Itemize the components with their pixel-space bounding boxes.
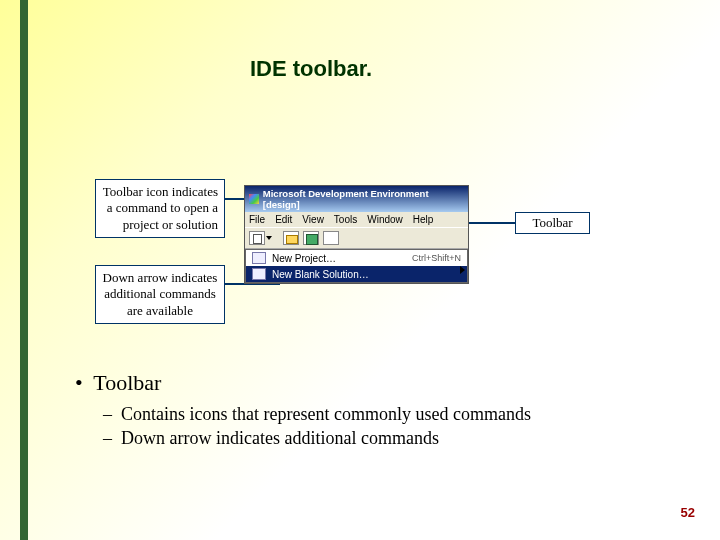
toolbar-button[interactable] [323,231,339,245]
solution-icon [252,268,266,280]
menu-window[interactable]: Window [367,214,403,225]
callout-toolbar-icon: Toolbar icon indicates a command to open… [95,179,225,238]
dropdown-item-label: New Project… [272,253,336,264]
ide-screenshot: Microsoft Development Environment [desig… [244,185,469,284]
new-item-dropdown: New Project… Ctrl+Shift+N New Blank Solu… [245,249,468,283]
menu-file[interactable]: File [249,214,265,225]
connector-line [468,222,515,224]
ide-menubar: File Edit View Tools Window Help [245,212,468,227]
bullet-list: • Toolbar – Contains icons that represen… [75,370,531,451]
project-icon [252,252,266,264]
keyboard-shortcut: Ctrl+Shift+N [412,253,461,263]
accent-bar [20,0,28,540]
save-button[interactable] [303,231,319,245]
ide-toolbar [245,227,468,249]
open-button[interactable] [283,231,299,245]
menu-help[interactable]: Help [413,214,434,225]
ide-window-title: Microsoft Development Environment [desig… [263,188,464,210]
chevron-down-icon[interactable] [266,236,272,240]
bullet-sub: – Contains icons that represent commonly… [103,402,531,426]
app-logo-icon [249,194,259,204]
page-number: 52 [681,505,695,520]
ide-titlebar: Microsoft Development Environment [desig… [245,186,468,212]
dropdown-item-label: New Blank Solution… [272,269,369,280]
bullet-main: • Toolbar [75,370,531,396]
callout-toolbar-label: Toolbar [515,212,590,234]
bullet-sub: – Down arrow indicates additional comman… [103,426,531,450]
dropdown-item-new-project[interactable]: New Project… Ctrl+Shift+N [246,250,467,266]
slide-title: IDE toolbar. [250,56,372,82]
callout-down-arrow: Down arrow indicates additional commands… [95,265,225,324]
cursor-icon [460,266,465,274]
new-item-button[interactable] [249,231,265,245]
dropdown-item-blank-solution[interactable]: New Blank Solution… [246,266,467,282]
menu-edit[interactable]: Edit [275,214,292,225]
menu-view[interactable]: View [302,214,324,225]
menu-tools[interactable]: Tools [334,214,357,225]
